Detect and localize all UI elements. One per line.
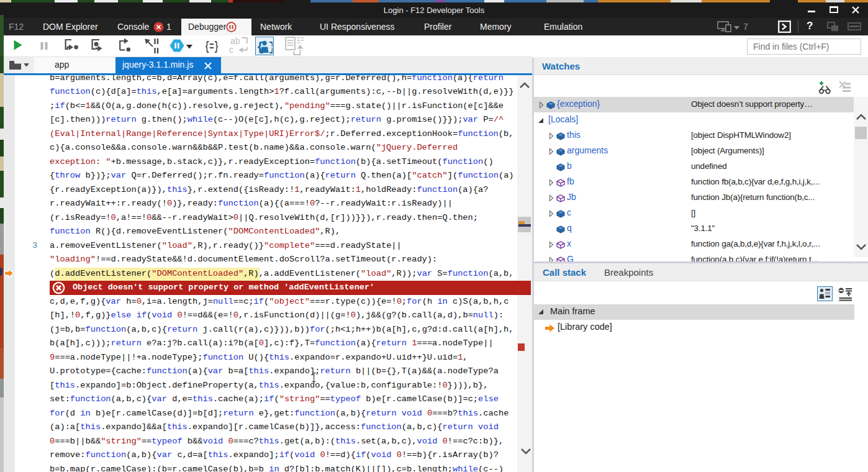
svg-text:}: }	[268, 40, 273, 55]
svg-text:{=}: {=}	[205, 40, 219, 54]
